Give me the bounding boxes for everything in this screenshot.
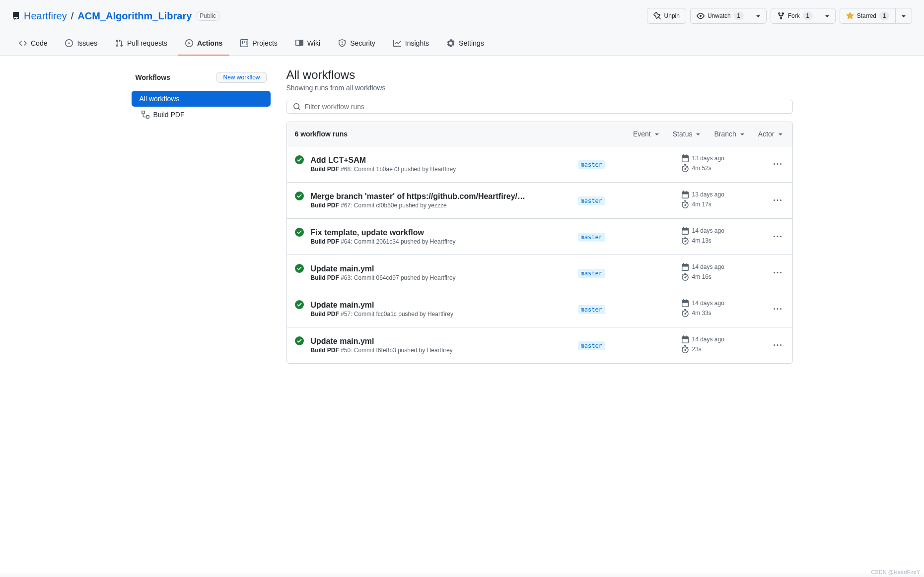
star-caret[interactable]	[896, 8, 912, 24]
kebab-icon	[774, 305, 782, 313]
starred-button[interactable]: Starred 1	[840, 8, 896, 24]
run-duration: 4m 13s	[681, 237, 761, 245]
run-title[interactable]: Merge branch 'master' of https://github.…	[311, 192, 539, 201]
run-row[interactable]: Update main.yml Build PDF #50: Commit f6…	[287, 327, 792, 363]
fork-caret[interactable]	[819, 8, 836, 24]
repo-icon	[12, 12, 20, 20]
run-time: 14 days ago	[681, 263, 761, 271]
caret-down-icon	[777, 130, 784, 138]
stopwatch-icon	[681, 273, 689, 281]
sidebar-item-build-pdf[interactable]: Build PDF	[132, 107, 271, 123]
calendar-icon	[681, 299, 689, 307]
runs-count: 6 workflow runs	[295, 130, 348, 138]
stopwatch-icon	[681, 345, 689, 353]
sidebar-item-all-workflows[interactable]: All workflows	[132, 91, 271, 107]
caret-down-icon	[900, 12, 908, 20]
filter-actor[interactable]: Actor	[758, 130, 784, 138]
watermark: CSDN @HeartFireY	[871, 569, 920, 574]
run-time: 13 days ago	[681, 154, 761, 162]
run-menu-button[interactable]	[771, 193, 784, 207]
run-menu-button[interactable]	[771, 157, 784, 171]
tab-settings[interactable]: Settings	[440, 32, 491, 56]
run-duration: 4m 16s	[681, 273, 761, 281]
branch-label[interactable]: master	[578, 160, 605, 169]
run-row[interactable]: Update main.yml Build PDF #63: Commit 06…	[287, 255, 792, 291]
graph-icon	[393, 39, 401, 47]
run-description: Build PDF #68: Commit 1b0ae73 pushed by …	[311, 166, 574, 173]
tab-wiki[interactable]: Wiki	[288, 32, 327, 56]
tab-pull-requests[interactable]: Pull requests	[108, 32, 174, 56]
caret-down-icon	[823, 12, 831, 20]
run-row[interactable]: Add LCT+SAM Build PDF #68: Commit 1b0ae7…	[287, 146, 792, 183]
kebab-icon	[774, 233, 782, 241]
filter-event[interactable]: Event	[633, 130, 661, 138]
project-icon	[240, 39, 248, 47]
run-row[interactable]: Update main.yml Build PDF #57: Commit fc…	[287, 291, 792, 327]
run-title[interactable]: Update main.yml	[311, 264, 539, 273]
tab-projects[interactable]: Projects	[233, 32, 284, 56]
book-icon	[295, 39, 303, 47]
tab-insights[interactable]: Insights	[386, 32, 436, 56]
page-title: All workflows	[286, 68, 793, 82]
filter-branch[interactable]: Branch	[714, 130, 746, 138]
run-description: Build PDF #50: Commit f6fe8b3 pushed by …	[311, 347, 574, 354]
run-description: Build PDF #63: Commit 064cd97 pushed by …	[311, 274, 574, 281]
caret-down-icon	[754, 12, 762, 20]
run-row[interactable]: Merge branch 'master' of https://github.…	[287, 183, 792, 219]
run-menu-button[interactable]	[771, 338, 784, 352]
run-row[interactable]: Fix template, update workflow Build PDF …	[287, 219, 792, 255]
branch-label[interactable]: master	[578, 196, 605, 205]
status-success-icon	[295, 335, 307, 345]
stopwatch-icon	[681, 309, 689, 317]
pr-icon	[115, 39, 123, 47]
branch-label[interactable]: master	[578, 233, 605, 242]
tab-security[interactable]: Security	[331, 32, 382, 56]
unwatch-button[interactable]: Unwatch 1	[690, 8, 750, 24]
calendar-icon	[681, 335, 689, 343]
unpin-button[interactable]: Unpin	[647, 8, 686, 24]
run-description: Build PDF #64: Commit 2061c34 pushed by …	[311, 238, 574, 245]
run-duration: 4m 52s	[681, 164, 761, 172]
filter-bar[interactable]	[286, 100, 793, 114]
shield-icon	[338, 39, 346, 47]
fork-icon	[777, 12, 785, 20]
tab-issues[interactable]: Issues	[58, 32, 104, 56]
code-icon	[19, 39, 27, 47]
run-title[interactable]: Fix template, update workflow	[311, 228, 539, 237]
branch-label[interactable]: master	[578, 305, 605, 314]
run-duration: 4m 17s	[681, 200, 761, 208]
filter-input[interactable]	[305, 103, 786, 111]
kebab-icon	[774, 341, 782, 349]
stopwatch-icon	[681, 237, 689, 245]
run-menu-button[interactable]	[771, 266, 784, 280]
issue-icon	[65, 39, 73, 47]
run-title[interactable]: Update main.yml	[311, 301, 539, 310]
caret-down-icon	[738, 130, 746, 138]
unwatch-caret[interactable]	[750, 8, 767, 24]
status-success-icon	[295, 191, 307, 200]
tab-actions[interactable]: Actions	[178, 32, 229, 56]
calendar-icon	[681, 263, 689, 271]
run-time: 13 days ago	[681, 191, 761, 198]
branch-label[interactable]: master	[578, 341, 605, 350]
fork-button[interactable]: Fork 1	[771, 8, 819, 24]
filter-status[interactable]: Status	[673, 130, 703, 138]
status-success-icon	[295, 263, 307, 273]
run-title[interactable]: Add LCT+SAM	[311, 156, 539, 165]
stopwatch-icon	[681, 200, 689, 208]
run-menu-button[interactable]	[771, 302, 784, 316]
calendar-icon	[681, 227, 689, 235]
status-success-icon	[295, 299, 307, 309]
run-time: 14 days ago	[681, 335, 761, 343]
run-time: 14 days ago	[681, 227, 761, 235]
repo-name-link[interactable]: ACM_Algorithm_Library	[77, 10, 192, 22]
run-menu-button[interactable]	[771, 230, 784, 244]
page-subtitle: Showing runs from all workflows	[286, 84, 793, 92]
branch-label[interactable]: master	[578, 269, 605, 278]
repo-owner-link[interactable]: Heartfirey	[24, 10, 67, 22]
run-title[interactable]: Update main.yml	[311, 337, 539, 346]
run-description: Build PDF #57: Commit fcc0a1c pushed by …	[311, 311, 574, 318]
kebab-icon	[774, 269, 782, 277]
new-workflow-button[interactable]: New workflow	[216, 72, 266, 83]
tab-code[interactable]: Code	[12, 32, 54, 56]
